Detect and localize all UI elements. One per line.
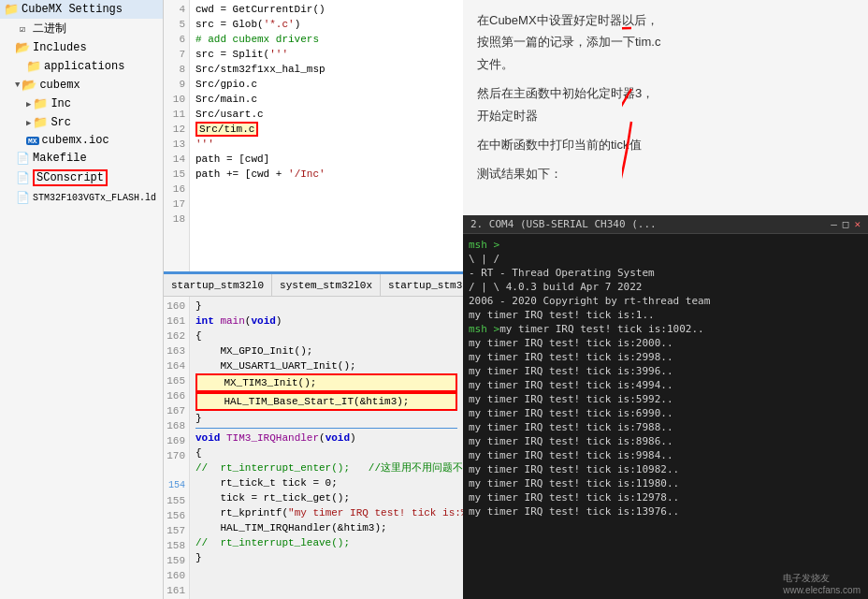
annotation-area: 在CubeMX中设置好定时器以后， 按照第一篇的记录，添加一下tim.c 文件。… bbox=[463, 0, 868, 215]
tab-startup-stm32l0[interactable]: startup_stm32l0 bbox=[164, 274, 272, 296]
tree-item-cubemx-settings[interactable]: 📁 CubeMX Settings bbox=[0, 0, 163, 19]
watermark: 电子发烧友 www.elecfans.com bbox=[783, 572, 861, 595]
chevron-icon: ▶ bbox=[26, 99, 31, 110]
file-icon: 📄 bbox=[15, 151, 30, 166]
terminal-line: 2006 - 2020 Copyright by rt-thread team bbox=[469, 294, 862, 308]
terminal-line: my timer IRQ test! tick is:4994.. bbox=[469, 378, 862, 392]
terminal-line: - RT - Thread Operating System bbox=[469, 266, 862, 280]
code-line: } bbox=[195, 299, 457, 314]
terminal-line: / | \ 4.0.3 build Apr 7 2022 bbox=[469, 280, 862, 294]
terminal-line: my timer IRQ test! tick is:3996.. bbox=[469, 364, 862, 378]
checkbox-icon: ☑ bbox=[15, 22, 30, 37]
tree-item-binary[interactable]: ☑ 二进制 bbox=[0, 19, 163, 38]
folder-icon: 📂 bbox=[22, 78, 36, 93]
code-line: Src/gpio.c bbox=[195, 77, 457, 92]
terminal-line: my timer IRQ test! tick is:13976.. bbox=[469, 504, 862, 519]
code-line: { bbox=[195, 329, 457, 343]
terminal-maximize-button[interactable]: □ bbox=[843, 218, 849, 230]
code-line: path += [cwd + '/Inc' bbox=[195, 167, 457, 182]
code-line: } bbox=[195, 411, 457, 426]
code-line: int main(void) bbox=[195, 314, 457, 329]
code-line: src = Split(''' bbox=[195, 47, 457, 62]
tree-item-label: CubeMX Settings bbox=[22, 3, 123, 16]
tree-item-label-bordered: SConscript bbox=[33, 169, 108, 186]
right-panel: 在CubeMX中设置好定时器以后， 按照第一篇的记录，添加一下tim.c 文件。… bbox=[463, 0, 868, 599]
terminal-line: msh > bbox=[469, 238, 862, 252]
tree-item-cubemx-ioc[interactable]: MX cubemx.ioc bbox=[0, 132, 163, 149]
folder-icon: 📁 bbox=[4, 2, 19, 17]
code-line: MX_GPIO_Init(); bbox=[195, 343, 457, 358]
terminal-line: my timer IRQ test! tick is:9984.. bbox=[469, 448, 862, 462]
code-line: { bbox=[195, 446, 457, 460]
line-numbers-bottom: 160 161 162 163 164 165 166 167 168 169 … bbox=[164, 297, 190, 599]
tree-item-label: Inc bbox=[51, 97, 71, 110]
tree-item-includes[interactable]: 📂 Includes bbox=[0, 38, 163, 57]
tree-item-label: applications bbox=[44, 60, 124, 73]
tab-label: startup_stm32l0 bbox=[171, 280, 264, 291]
file-icon: 📄 bbox=[15, 190, 30, 205]
main-container: 📁 CubeMX Settings ☑ 二进制 📂 Includes 📁 app… bbox=[0, 0, 868, 599]
tree-item-makefile[interactable]: 📄 Makefile bbox=[0, 149, 163, 168]
code-line: // rt_interrupt_leave(); bbox=[195, 535, 457, 550]
code-separator bbox=[195, 428, 457, 429]
terminal-line: my timer IRQ test! tick is:11980.. bbox=[469, 476, 862, 490]
terminal-line: my timer IRQ test! tick is:1.. bbox=[469, 308, 862, 322]
chevron-icon: ▶ bbox=[26, 118, 31, 128]
tree-item-label: cubemx.ioc bbox=[42, 134, 109, 147]
code-line-highlight: MX_TIM3_Init(); bbox=[195, 373, 457, 392]
terminal-title: 2. COM4 (USB-SERIAL CH340 (... bbox=[470, 218, 657, 230]
tree-item-src[interactable]: ▶ 📁 Src bbox=[0, 113, 163, 132]
terminal-close-button[interactable]: ✕ bbox=[854, 218, 861, 230]
code-line: Src/usart.c bbox=[195, 107, 457, 122]
code-content-top: cwd = GetCurrentDir() src = Glob('*.c') … bbox=[190, 0, 463, 271]
code-line: rt_tick_t tick = 0; bbox=[195, 475, 457, 490]
tab-system-stm32l0x[interactable]: system_stm32l0x bbox=[272, 274, 381, 296]
terminal-line: my timer IRQ test! tick is:5992.. bbox=[469, 392, 862, 406]
code-line: cwd = GetCurrentDir() bbox=[195, 2, 457, 17]
folder-icon: 📁 bbox=[33, 115, 48, 130]
mx-badge: MX bbox=[26, 137, 39, 145]
code-line: tick = rt_tick_get(); bbox=[195, 490, 457, 505]
terminal-line: my timer IRQ test! tick is:8986.. bbox=[469, 434, 862, 448]
terminal-line: my timer IRQ test! tick is:10982.. bbox=[469, 462, 862, 476]
terminal-content: msh > \ | / - RT - Thread Operating Syst… bbox=[463, 234, 868, 522]
code-line: src = Glob('*.c') bbox=[195, 17, 457, 32]
terminal-titlebar: 2. COM4 (USB-SERIAL CH340 (... — □ ✕ bbox=[463, 215, 868, 234]
bottom-tab-bar: startup_stm32l0 system_stm32l0x startup_… bbox=[164, 274, 463, 297]
terminal-line: my timer IRQ test! tick is:2000.. bbox=[469, 336, 862, 350]
terminal-line: my timer IRQ test! tick is:6990.. bbox=[469, 406, 862, 420]
tree-item-sconscript[interactable]: 📄 SConscript bbox=[0, 168, 163, 188]
tree-item-applications[interactable]: 📁 applications bbox=[0, 57, 163, 76]
chevron-icon: ▼ bbox=[15, 80, 20, 90]
tree-item-label: STM32F103VGTx_FLASH.ld bbox=[33, 193, 156, 203]
tree-item-flash[interactable]: 📄 STM32F103VGTx_FLASH.ld bbox=[0, 188, 163, 207]
tree-item-cubemx[interactable]: ▼ 📂 cubemx bbox=[0, 76, 163, 95]
code-line-highlight: HAL_TIM_Base_Start_IT(&htim3); bbox=[195, 394, 457, 411]
terminal-line: msh >my timer IRQ test! tick is:1002.. bbox=[469, 322, 862, 336]
code-line: ''' bbox=[195, 137, 457, 152]
top-code-panel: 4 5 6 7 8 9 10 11 12 13 14 15 16 17 18 bbox=[164, 0, 463, 271]
code-line: # add cubemx drivers bbox=[195, 32, 457, 47]
terminal-controls: — □ ✕ bbox=[831, 218, 861, 230]
terminal-line: my timer IRQ test! tick is:2998.. bbox=[469, 350, 862, 364]
code-line: } bbox=[195, 550, 457, 565]
file-tree-panel: 📁 CubeMX Settings ☑ 二进制 📂 Includes 📁 app… bbox=[0, 0, 164, 599]
code-line: Src/main.c bbox=[195, 92, 457, 107]
tree-item-label: Makefile bbox=[33, 152, 87, 165]
tree-item-inc[interactable]: ▶ 📁 Inc bbox=[0, 95, 163, 113]
folder-icon: 📁 bbox=[33, 96, 48, 111]
code-line: void TIM3_IRQHandler(void) bbox=[195, 431, 457, 446]
code-line: rt_kprintf("my timer IRQ test! tick is:%… bbox=[195, 505, 457, 520]
tree-item-label: Includes bbox=[33, 41, 87, 54]
annotation-text: 在CubeMX中设置好定时器以后， 按照第一篇的记录，添加一下tim.c 文件。… bbox=[477, 9, 854, 185]
tree-item-label: cubemx bbox=[39, 79, 80, 92]
code-line: Src/stm32f1xx_hal_msp bbox=[195, 62, 457, 77]
terminal-line: my timer IRQ test! tick is:12978.. bbox=[469, 490, 862, 504]
folder-icon: 📂 bbox=[15, 40, 30, 55]
code-panels: 4 5 6 7 8 9 10 11 12 13 14 15 16 17 18 bbox=[164, 0, 463, 599]
file-icon: 📄 bbox=[15, 170, 30, 185]
tab-label: system_stm32l0x bbox=[280, 280, 372, 291]
watermark-line1: 电子发烧友 bbox=[783, 572, 861, 585]
code-line: // rt_interrupt_enter(); //这里用不用问题不大 bbox=[195, 460, 457, 475]
terminal-minimize-button[interactable]: — bbox=[831, 218, 837, 230]
